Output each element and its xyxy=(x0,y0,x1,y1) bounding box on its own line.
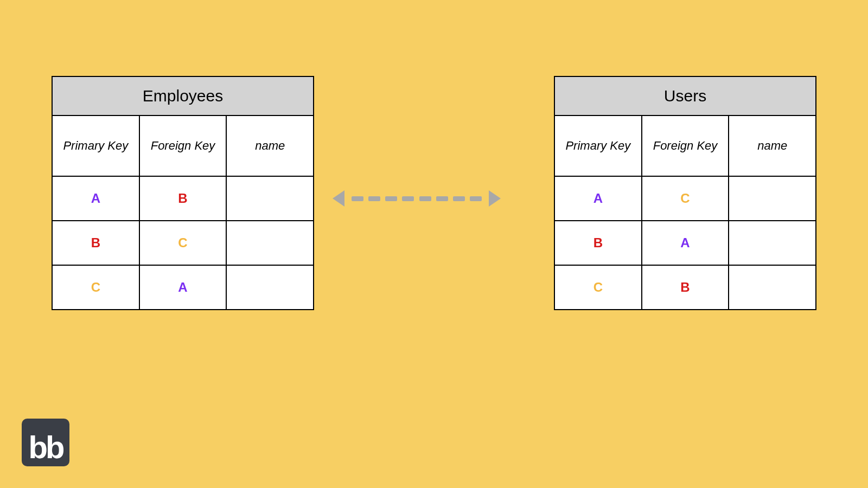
table-row: B C xyxy=(53,220,313,265)
table-row: C B xyxy=(555,265,815,309)
table-title: Users xyxy=(555,77,815,116)
pk-cell: C xyxy=(53,266,139,309)
col-header-fk: Foreign Key xyxy=(641,116,729,176)
arrow-right-icon xyxy=(489,190,501,207)
col-header-pk: Primary Key xyxy=(53,116,139,176)
pk-cell: B xyxy=(53,221,139,265)
table-header-row: Primary Key Foreign Key name xyxy=(53,116,313,176)
fk-cell: A xyxy=(139,266,226,309)
name-cell xyxy=(226,221,313,265)
fk-cell: B xyxy=(641,266,729,309)
arrow-dashes xyxy=(344,196,489,201)
pk-cell: B xyxy=(555,221,641,265)
name-cell xyxy=(728,221,815,265)
name-cell xyxy=(226,177,313,220)
relation-arrow-icon xyxy=(333,189,501,208)
brand-logo: bb xyxy=(22,419,69,466)
col-header-name: name xyxy=(226,116,313,176)
table-header-row: Primary Key Foreign Key name xyxy=(555,116,815,176)
table-row: B A xyxy=(555,220,815,265)
col-header-fk: Foreign Key xyxy=(139,116,226,176)
fk-cell: B xyxy=(139,177,226,220)
users-table: Users Primary Key Foreign Key name A C B… xyxy=(554,76,816,310)
employees-table: Employees Primary Key Foreign Key name A… xyxy=(52,76,314,310)
table-row: A B xyxy=(53,176,313,220)
col-header-name: name xyxy=(728,116,815,176)
col-header-pk: Primary Key xyxy=(555,116,641,176)
name-cell xyxy=(728,266,815,309)
pk-cell: A xyxy=(53,177,139,220)
arrow-left-icon xyxy=(333,190,344,207)
table-row: A C xyxy=(555,176,815,220)
pk-cell: C xyxy=(555,266,641,309)
name-cell xyxy=(728,177,815,220)
name-cell xyxy=(226,266,313,309)
pk-cell: A xyxy=(555,177,641,220)
fk-cell: C xyxy=(641,177,729,220)
fk-cell: A xyxy=(641,221,729,265)
fk-cell: C xyxy=(139,221,226,265)
table-row: C A xyxy=(53,265,313,309)
table-title: Employees xyxy=(53,77,313,116)
